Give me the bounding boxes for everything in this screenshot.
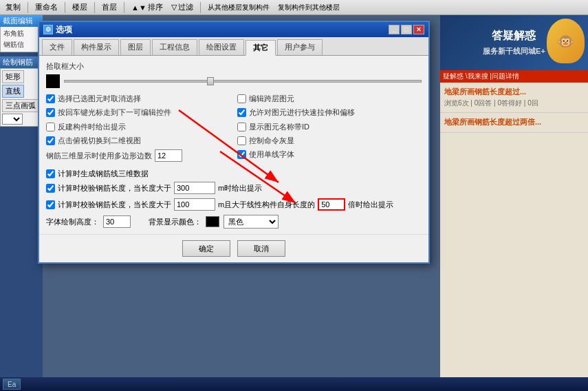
col-left: 选择已选图元时取消选择 按回车键光标走到下一可编辑控件 反建构件时给出提示 点击… <box>46 94 230 166</box>
color-swatch <box>206 216 219 227</box>
left-panel-header[interactable]: 截面编辑 <box>0 15 43 27</box>
shape-rect[interactable]: 矩形 <box>2 70 24 83</box>
toolbar-rename[interactable]: 重命名 <box>32 1 61 13</box>
tab-drawing[interactable]: 绘图设置 <box>199 39 244 55</box>
compute-value-2[interactable] <box>174 198 215 211</box>
dialog-icon: ⚙ <box>43 25 53 34</box>
compute-value-2b[interactable] <box>318 198 345 211</box>
toolbar-copy[interactable]: 复制 <box>3 1 23 13</box>
compute-label-1: 计算时校验钢筋长度，当长度大于 <box>58 183 171 193</box>
close-button[interactable]: ✕ <box>413 25 424 34</box>
option-r1-label: 编辑跨层图元 <box>249 94 294 103</box>
option-3-label: 反建构件时给出提示 <box>58 122 126 131</box>
toolbar-floor[interactable]: 楼层 <box>69 1 90 13</box>
right-article-1: 地梁所画钢筋长度超过... 浏览6次 | 0回答 | 0答得好 | 0回 <box>440 83 588 113</box>
tab-project[interactable]: 工程信息 <box>152 39 197 55</box>
option-r5-label: 使用单线字体 <box>249 149 294 159</box>
checkbox-3[interactable] <box>46 123 55 131</box>
shape-arc[interactable]: 三点画弧 <box>2 99 39 112</box>
dialog-title: 选项 <box>56 24 72 36</box>
font-height-label: 字体绘制高度： <box>46 217 99 227</box>
bg-color-label: 背景显示颜色： <box>149 217 202 227</box>
left-panel-item-1[interactable]: 布角筋 <box>2 28 41 39</box>
cancel-button[interactable]: 取消 <box>237 240 285 257</box>
left-panel-item-2[interactable]: 钢筋信 <box>2 39 41 50</box>
ad-banner: 答疑解惑 服务新干线同城E+ 🐵 <box>440 15 588 70</box>
option-r3-label: 显示图元名称带ID <box>249 122 309 131</box>
tab-file[interactable]: 文件 <box>42 39 72 55</box>
grip-slider-track[interactable] <box>64 80 422 83</box>
font-height-input[interactable] <box>103 215 131 228</box>
titlebar-controls: _ □ ✕ <box>389 25 424 34</box>
option-4: 点击俯视切换到二维视图 <box>46 136 230 145</box>
checkbox-r5[interactable] <box>237 150 246 159</box>
ad-title: 答疑解惑 <box>483 29 545 43</box>
option-r2-label: 允许对图元进行快速拉伸和偏移 <box>249 107 355 117</box>
option-2-label: 按回车键光标走到下一可编辑控件 <box>58 107 171 117</box>
option-r4-label: 控制命令灰显 <box>249 136 294 145</box>
checkbox-r1[interactable] <box>237 94 246 103</box>
toolbar-copy-to[interactable]: 复制构件到其他楼层 <box>275 2 342 13</box>
ok-button[interactable]: 确定 <box>182 240 230 257</box>
tab-user[interactable]: 用户参与 <box>277 39 323 55</box>
titlebar-left: ⚙ 选项 <box>43 24 72 36</box>
shape-toolbar-label: 绘制钢筋 <box>0 56 43 68</box>
checkbox-1[interactable] <box>46 94 55 103</box>
compute-label-2: 计算时校验钢筋长度，当长度大于 <box>58 200 171 210</box>
tab-layer[interactable]: 图层 <box>120 39 151 55</box>
checkbox-2[interactable] <box>46 108 55 117</box>
separator-2 <box>65 2 65 13</box>
separator-3 <box>94 2 95 13</box>
right-article-2: 地梁所画钢筋长度超过两倍... <box>440 113 588 132</box>
minimize-button[interactable]: _ <box>389 25 400 34</box>
option-r2: 允许对图元进行快速拉伸和偏移 <box>237 107 422 117</box>
compute-suffix-2b: 倍时给出提示 <box>348 200 393 210</box>
polygon-count-input[interactable] <box>155 149 182 162</box>
bg-color-select[interactable]: 黑色 <box>224 215 279 229</box>
separator-1 <box>28 2 28 13</box>
toolbar-filter[interactable]: ▽ 过滤 <box>168 1 196 13</box>
tab-display[interactable]: 构件显示 <box>74 39 119 55</box>
separator-5 <box>200 2 201 13</box>
checkbox-r3[interactable] <box>237 123 246 131</box>
option-r5: 使用单线字体 <box>237 149 422 159</box>
mascot: 🐵 <box>547 19 585 63</box>
compute-check-2[interactable] <box>46 200 55 209</box>
col-right: 编辑跨层图元 允许对图元进行快速拉伸和偏移 显示图元名称带ID 控制命令灰显 使… <box>237 94 422 166</box>
dialog-tabs: 文件 构件显示 图层 工程信息 绘图设置 其它 用户参与 <box>39 37 428 56</box>
right-nav[interactable]: 疑解惑 \我来搜 |问题详情 <box>440 70 588 83</box>
compute-value-1[interactable] <box>174 182 215 194</box>
article-2-title[interactable]: 地梁所画钢筋长度超过两倍... <box>444 117 584 127</box>
tab-other[interactable]: 其它 <box>246 40 276 56</box>
options-dialog: ⚙ 选项 _ □ ✕ 文件 构件显示 图层 工程信息 绘图设置 其它 用户参与 … <box>38 21 430 264</box>
left-panel-content: 布角筋 钢筋信 <box>0 27 43 52</box>
checkbox-4[interactable] <box>46 136 55 145</box>
dialog-content: 拾取框大小 选择已选图元时取消选择 按回车键光标走到下一可编辑控件 <box>39 56 428 234</box>
grip-size-label: 拾取框大小 <box>46 61 422 72</box>
option-1-label: 选择已选图元时取消选择 <box>58 94 141 103</box>
compute-row-2: 计算时校验钢筋长度，当长度大于 m且大于线性构件自身长度的 倍时给出提示 <box>46 198 422 211</box>
maximize-button[interactable]: □ <box>401 25 412 34</box>
toolbar-sort[interactable]: ▲▼ 排序 <box>129 1 166 13</box>
grip-slider-thumb[interactable] <box>207 77 214 85</box>
toolbar-copy-from[interactable]: 从其他楼层复制构件 <box>205 2 272 13</box>
checkbox-r2[interactable] <box>237 108 246 117</box>
checkbox-r4[interactable] <box>237 136 246 145</box>
compute-suffix-1: m时给出提示 <box>218 183 262 193</box>
shape-color-select[interactable] <box>2 114 23 125</box>
taskbar: Ea <box>0 377 588 391</box>
right-panel: 答疑解惑 服务新干线同城E+ 🐵 疑解惑 \我来搜 |问题详情 地梁所画钢筋长度… <box>440 15 588 377</box>
checkbox-3d[interactable] <box>46 169 55 178</box>
option-4-label: 点击俯视切换到二维视图 <box>58 136 141 145</box>
grip-preview <box>46 74 60 88</box>
option-3: 反建构件时给出提示 <box>46 122 230 131</box>
article-1-title[interactable]: 地梁所画钢筋长度超过... <box>444 87 584 97</box>
taskbar-item-1[interactable]: Ea <box>3 379 21 390</box>
compute-check-1[interactable] <box>46 184 55 193</box>
shape-line[interactable]: 直线 <box>2 85 24 98</box>
article-1-meta: 浏览6次 | 0回答 | 0答得好 | 0回 <box>444 98 584 108</box>
option-r1: 编辑跨层图元 <box>237 94 422 103</box>
compute-row-1: 计算时校验钢筋长度，当长度大于 m时给出提示 <box>46 182 422 194</box>
option-5: 钢筋三维显示时使用多边形边数 <box>46 149 230 162</box>
toolbar-first-floor[interactable]: 首层 <box>99 1 120 13</box>
